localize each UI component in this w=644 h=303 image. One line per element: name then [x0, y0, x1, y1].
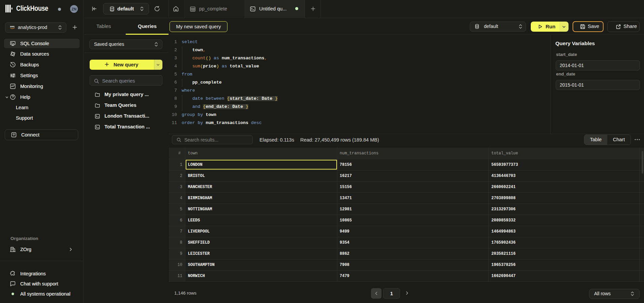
svg-text:aws: aws: [10, 25, 14, 28]
